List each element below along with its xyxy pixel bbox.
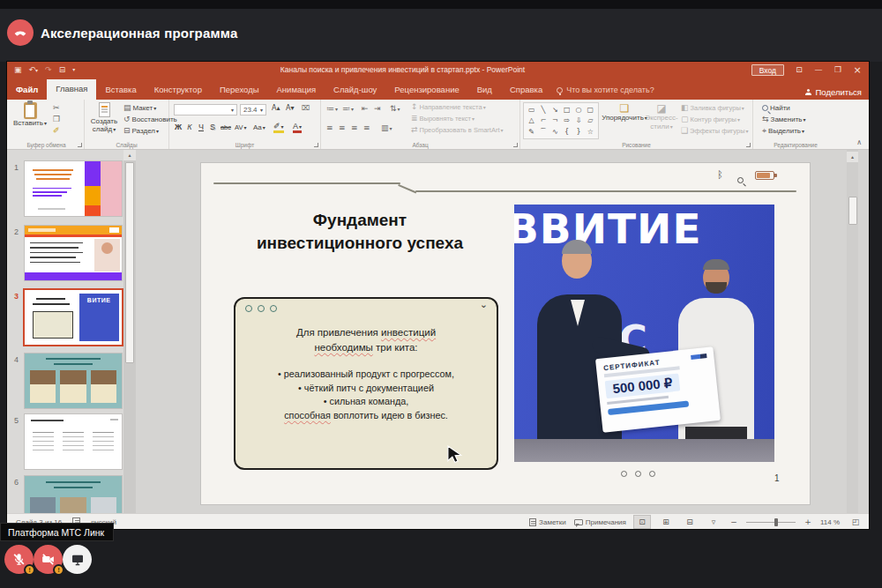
save-icon[interactable]: ▣	[14, 66, 22, 74]
select-button[interactable]: ⌖Выделить	[762, 127, 804, 135]
zoom-out-button[interactable]: −	[729, 516, 738, 528]
zoom-slider[interactable]	[746, 522, 796, 523]
decrease-indent-icon[interactable]: ⇤	[362, 105, 369, 113]
thumbnail-scrollbar[interactable]: ▴	[123, 150, 136, 513]
justify-icon[interactable]: ≡	[363, 124, 370, 132]
copy-icon[interactable]: ❐	[53, 115, 60, 123]
arrange-button[interactable]: ❏ Упорядочить	[605, 103, 644, 123]
thumbnail-scrollbar-thumb[interactable]	[125, 162, 134, 363]
tab-view[interactable]: Вид	[468, 80, 501, 100]
redo-icon[interactable]: ↷	[45, 66, 52, 74]
italic-button[interactable]: К	[184, 123, 195, 131]
canvas-scrollbar-thumb[interactable]	[848, 197, 857, 225]
zoom-level[interactable]: 114 %	[820, 518, 840, 526]
quick-styles-button[interactable]: ◪ Экспресс- стили	[646, 103, 677, 130]
fit-to-window-button[interactable]: ◰	[848, 516, 863, 528]
char-spacing-button[interactable]: AV	[235, 123, 246, 131]
slide-canvas[interactable]: ᛒ Фундамент инвестиционного успеха ⌄ Для…	[201, 163, 810, 504]
share-button[interactable]: Поделиться	[805, 87, 862, 97]
shape-parallelogram[interactable]: ▱	[585, 115, 596, 127]
align-right-icon[interactable]: ≡	[351, 124, 358, 132]
shape-brace-right[interactable]: }	[572, 126, 584, 138]
slide-thumbnail-2[interactable]	[25, 226, 122, 280]
columns-icon[interactable]: ▥	[381, 124, 392, 132]
canvas-scrollbar[interactable]: ▴	[847, 150, 858, 513]
undo-icon[interactable]: ↶▾	[29, 66, 39, 74]
find-button[interactable]: Найти	[762, 104, 790, 112]
slide-title[interactable]: Фундамент инвестиционного успеха	[219, 209, 501, 255]
shape-arc[interactable]: ⌒	[537, 126, 549, 138]
layout-button[interactable]: ▤Макет	[123, 104, 156, 112]
cut-icon[interactable]: ✂	[53, 104, 60, 112]
convert-smartart-button[interactable]: ⇄Преобразовать в SmartArt	[411, 126, 504, 134]
minimize-icon[interactable]: —	[809, 62, 828, 78]
bold-button[interactable]: Ж	[173, 123, 183, 131]
camera-off-button[interactable]: !	[34, 545, 63, 574]
comments-button[interactable]: Примечания	[574, 518, 626, 526]
change-case-button[interactable]: Aa	[253, 123, 265, 131]
thumbnail-scroll-up-arrow[interactable]: ▴	[123, 150, 136, 160]
font-color-button[interactable]: А	[293, 122, 302, 133]
numbering-icon[interactable]: ≕	[342, 105, 354, 113]
font-dialog-launcher[interactable]	[314, 143, 318, 147]
tab-home[interactable]: Главная	[47, 79, 96, 100]
slide-thumbnail-4[interactable]	[25, 354, 122, 408]
strikethrough-button[interactable]: abc	[219, 123, 233, 131]
slide-thumbnail-3-selected[interactable]: ВИТИЕ	[25, 290, 122, 345]
collapse-ribbon-icon[interactable]: ∧	[856, 139, 862, 146]
shape-elbow-2[interactable]: ¬	[549, 115, 561, 127]
tab-insert[interactable]: Вставка	[96, 80, 145, 100]
replace-button[interactable]: ⇆Заменить	[762, 115, 806, 123]
tab-design[interactable]: Конструктор	[146, 80, 211, 100]
underline-button[interactable]: Ч	[196, 123, 206, 131]
shape-star[interactable]: ☆	[585, 126, 596, 138]
call-logo-button[interactable]	[7, 19, 34, 46]
tab-transitions[interactable]: Переходы	[211, 80, 268, 100]
highlight-color-button[interactable]: ✐	[273, 122, 284, 133]
view-slideshow-button[interactable]: ▿	[706, 516, 721, 528]
shape-curve[interactable]: ∿	[549, 126, 561, 138]
view-slide-sorter-button[interactable]: ⊞	[658, 516, 674, 528]
paste-button[interactable]: Вставить	[14, 102, 46, 128]
canvas-scroll-up-arrow[interactable]: ▴	[847, 152, 858, 162]
align-text-button[interactable]: ≣Выровнять текст	[411, 115, 475, 123]
screen-share-button[interactable]	[63, 545, 92, 574]
align-center-icon[interactable]: ≡	[339, 124, 346, 132]
notes-button[interactable]: Заметки	[529, 518, 566, 526]
shape-arrow-line[interactable]: ↘	[549, 104, 561, 115]
drawing-dialog-launcher[interactable]	[746, 143, 751, 147]
text-shadow-button[interactable]: S	[207, 123, 218, 131]
clear-formatting-icon[interactable]: ⌧	[302, 105, 310, 112]
clipboard-dialog-launcher[interactable]	[78, 143, 82, 147]
tell-me-box[interactable]: Что вы хотите сделать?	[557, 80, 654, 100]
slide-thumbnail-5[interactable]	[25, 414, 122, 469]
shape-rounded-rect[interactable]: ▢	[585, 104, 596, 115]
restore-icon[interactable]: ❐	[828, 62, 848, 78]
paragraph-dialog-launcher[interactable]	[513, 143, 518, 147]
tab-slideshow[interactable]: Слайд-шоу	[325, 80, 385, 100]
new-slide-button[interactable]: Создать слайд	[86, 102, 122, 133]
font-name-combo[interactable]	[174, 104, 237, 115]
shapes-gallery[interactable]: ▭╲↘□○▢ △⌐¬⇨⇩▱ ✎⌒∿{}☆	[523, 102, 599, 139]
slide-thumbnail-6[interactable]	[25, 476, 122, 513]
shrink-font-icon[interactable]: А▾	[286, 105, 295, 112]
microphone-muted-button[interactable]: !	[4, 545, 34, 574]
shape-line[interactable]: ╲	[537, 104, 549, 115]
view-normal-button[interactable]: ⊡	[634, 516, 650, 528]
tab-animations[interactable]: Анимация	[268, 80, 325, 100]
shape-oval[interactable]: ○	[572, 104, 584, 115]
signin-button[interactable]: Вход	[751, 64, 784, 76]
shape-arrow-down[interactable]: ⇩	[572, 115, 584, 127]
shape-fill-button[interactable]: ◧Заливка фигуры	[681, 104, 744, 112]
format-painter-icon[interactable]: ✐	[53, 127, 60, 135]
line-spacing-icon[interactable]: ⇅	[390, 105, 400, 113]
increase-indent-icon[interactable]: ⇥	[374, 105, 381, 113]
slide-photo-award-ceremony[interactable]: ВВИТИЕ ОЙ С СЕРТИФИКАТ	[514, 205, 774, 462]
customize-qat-icon[interactable]: ▾	[72, 67, 75, 72]
shape-textbox[interactable]: ▭	[526, 104, 537, 115]
ribbon-display-options-icon[interactable]: ⊡	[789, 62, 809, 78]
zoom-in-button[interactable]: +	[804, 516, 812, 528]
grow-font-icon[interactable]: А▴	[272, 105, 280, 112]
shape-freeform[interactable]: ✎	[526, 126, 537, 138]
tab-help[interactable]: Справка	[501, 80, 551, 100]
